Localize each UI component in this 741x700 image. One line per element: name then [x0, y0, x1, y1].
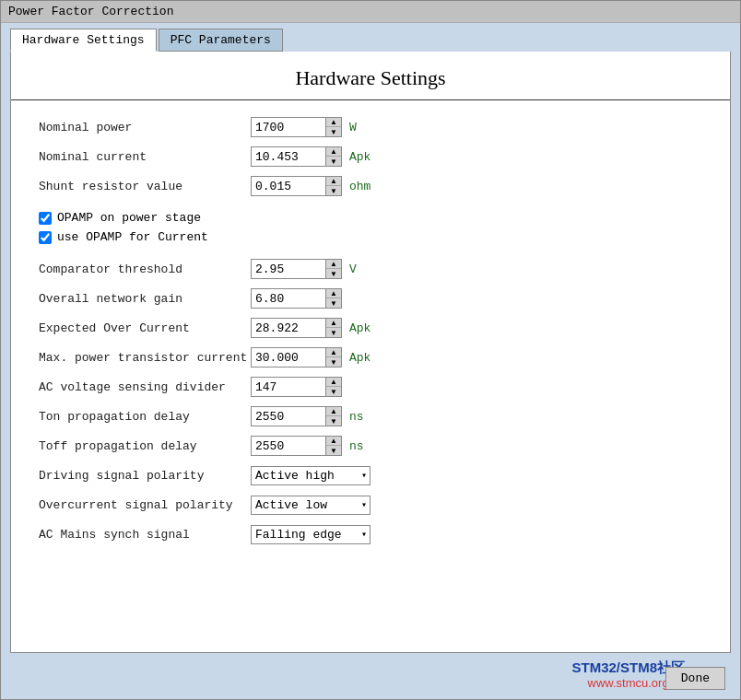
shunt-resistor-row: Shunt resistor value ▲ ▼ ohm — [39, 174, 702, 198]
comparator-threshold-up[interactable]: ▲ — [326, 260, 341, 269]
ton-delay-up[interactable]: ▲ — [326, 407, 341, 416]
nominal-power-label: Nominal power — [39, 121, 251, 134]
expected-over-current-input[interactable] — [252, 320, 325, 337]
shunt-resistor-unit: ohm — [349, 180, 370, 193]
overall-gain-spinbox[interactable]: ▲ ▼ — [251, 288, 342, 309]
shunt-resistor-down[interactable]: ▼ — [326, 186, 341, 195]
ton-delay-input-wrap: ▲ ▼ ns — [251, 406, 364, 426]
max-transistor-input-wrap: ▲ ▼ Apk — [251, 347, 370, 368]
toff-delay-input-wrap: ▲ ▼ ns — [251, 436, 364, 456]
expected-over-current-spinbox[interactable]: ▲ ▼ — [251, 318, 342, 338]
expected-over-current-row: Expected Over Current ▲ ▼ Apk — [39, 316, 702, 340]
nominal-current-down[interactable]: ▼ — [326, 157, 341, 166]
comparator-threshold-label: Comparator threshold — [39, 262, 251, 276]
form-body: Nominal power ▲ ▼ W Nomin — [11, 108, 730, 652]
ton-delay-btns: ▲ ▼ — [325, 407, 341, 426]
toff-delay-btns: ▲ ▼ — [325, 437, 341, 455]
nominal-power-unit: W — [349, 121, 357, 134]
main-window: Power Factor Correction Hardware Setting… — [0, 0, 741, 700]
max-transistor-label: Max. power transistor current — [39, 351, 251, 365]
max-transistor-up[interactable]: ▲ — [326, 348, 341, 357]
overall-gain-input-wrap: ▲ ▼ — [251, 288, 349, 309]
expected-over-current-unit: Apk — [349, 321, 370, 335]
comparator-threshold-input-wrap: ▲ ▼ V — [251, 259, 357, 279]
max-transistor-input[interactable] — [252, 349, 325, 367]
ac-voltage-up[interactable]: ▲ — [326, 378, 341, 387]
toff-delay-up[interactable]: ▲ — [326, 437, 341, 446]
opamp-current-row: use OPAMP for Current — [39, 230, 702, 244]
max-transistor-down[interactable]: ▼ — [326, 357, 341, 367]
ac-voltage-btns: ▲ ▼ — [325, 378, 341, 396]
toff-delay-spinbox[interactable]: ▲ ▼ — [251, 436, 342, 456]
tab-pfc[interactable]: PFC Parameters — [159, 29, 283, 52]
nominal-power-up[interactable]: ▲ — [326, 118, 341, 127]
overcurrent-signal-input-wrap: Active high Active low ▾ — [251, 496, 370, 515]
ton-delay-unit: ns — [349, 410, 364, 424]
overall-gain-input[interactable] — [252, 290, 325, 308]
overall-gain-row: Overall network gain ▲ ▼ — [39, 286, 702, 310]
nominal-power-row: Nominal power ▲ ▼ W — [39, 115, 702, 139]
content-area: Hardware Settings PFC Parameters Hardwar… — [1, 23, 740, 699]
overall-gain-up[interactable]: ▲ — [326, 289, 341, 298]
max-transistor-btns: ▲ ▼ — [325, 348, 341, 367]
nominal-power-btns: ▲ ▼ — [325, 118, 341, 136]
opamp-current-checkbox[interactable] — [39, 231, 52, 244]
expected-over-current-up[interactable]: ▲ — [326, 319, 341, 328]
ton-delay-label: Ton propagation delay — [39, 410, 251, 424]
toff-delay-unit: ns — [349, 439, 364, 453]
title-bar: Power Factor Correction — [1, 1, 740, 23]
shunt-resistor-up[interactable]: ▲ — [326, 177, 341, 186]
opamp-current-label: use OPAMP for Current — [57, 230, 208, 244]
comparator-threshold-spinbox[interactable]: ▲ ▼ — [251, 259, 342, 279]
shunt-resistor-input[interactable] — [252, 178, 325, 195]
comparator-threshold-input[interactable] — [252, 261, 325, 278]
toff-delay-input[interactable] — [252, 438, 325, 455]
shunt-resistor-input-wrap: ▲ ▼ ohm — [251, 176, 370, 196]
max-transistor-spinbox[interactable]: ▲ ▼ — [251, 347, 342, 368]
ton-delay-input[interactable] — [252, 408, 325, 426]
overall-gain-btns: ▲ ▼ — [325, 289, 341, 308]
shunt-resistor-btns: ▲ ▼ — [325, 177, 341, 195]
expected-over-current-input-wrap: ▲ ▼ Apk — [251, 318, 370, 338]
comparator-threshold-row: Comparator threshold ▲ ▼ V — [39, 257, 702, 281]
done-button[interactable]: Done — [665, 667, 725, 690]
driving-signal-select[interactable]: Active high Active low — [251, 466, 370, 485]
ac-voltage-input-wrap: ▲ ▼ — [251, 377, 349, 397]
toff-delay-row: Toff propagation delay ▲ ▼ ns — [39, 434, 702, 458]
opamp-power-checkbox[interactable] — [39, 212, 52, 225]
toff-delay-label: Toff propagation delay — [39, 439, 251, 453]
nominal-current-row: Nominal current ▲ ▼ Apk — [39, 145, 702, 169]
nominal-current-spinbox[interactable]: ▲ ▼ — [251, 146, 342, 167]
toff-delay-down[interactable]: ▼ — [326, 446, 341, 455]
comparator-threshold-btns: ▲ ▼ — [325, 260, 341, 278]
overall-gain-down[interactable]: ▼ — [326, 298, 341, 308]
expected-over-current-down[interactable]: ▼ — [326, 328, 341, 337]
ac-voltage-down[interactable]: ▼ — [326, 387, 341, 396]
nominal-current-unit: Apk — [349, 150, 370, 164]
expected-over-current-label: Expected Over Current — [39, 321, 251, 335]
ac-voltage-input[interactable] — [252, 379, 325, 396]
overcurrent-signal-select[interactable]: Active high Active low — [251, 496, 370, 515]
tab-hardware[interactable]: Hardware Settings — [10, 29, 157, 52]
nominal-power-input[interactable] — [252, 119, 325, 136]
ac-mains-row: AC Mains synch signal Rising edge Fallin… — [39, 522, 702, 546]
nominal-current-input-wrap: ▲ ▼ Apk — [251, 146, 370, 167]
ac-voltage-spinbox[interactable]: ▲ ▼ — [251, 377, 342, 397]
shunt-resistor-spinbox[interactable]: ▲ ▼ — [251, 176, 342, 196]
overall-gain-label: Overall network gain — [39, 292, 251, 306]
overcurrent-signal-label: Overcurrent signal polarity — [39, 498, 251, 512]
nominal-current-input[interactable] — [252, 148, 325, 166]
ton-delay-down[interactable]: ▼ — [326, 416, 341, 426]
panel-title: Hardware Settings — [11, 52, 730, 100]
ton-delay-spinbox[interactable]: ▲ ▼ — [251, 406, 342, 426]
nominal-power-spinbox[interactable]: ▲ ▼ — [251, 117, 342, 137]
ac-mains-select[interactable]: Rising edge Falling edge Both edges — [251, 525, 370, 544]
max-transistor-unit: Apk — [349, 351, 370, 365]
nominal-current-btns: ▲ ▼ — [325, 147, 341, 166]
ac-mains-input-wrap: Rising edge Falling edge Both edges ▾ — [251, 525, 370, 544]
comparator-threshold-down[interactable]: ▼ — [326, 269, 341, 278]
nominal-power-down[interactable]: ▼ — [326, 127, 341, 136]
driving-signal-label: Driving signal polarity — [39, 469, 251, 483]
driving-signal-input-wrap: Active high Active low ▾ — [251, 466, 370, 485]
nominal-current-up[interactable]: ▲ — [326, 147, 341, 157]
